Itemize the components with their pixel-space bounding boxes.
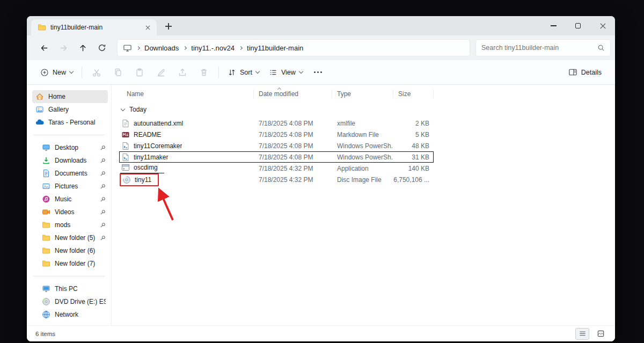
up-button[interactable] bbox=[73, 39, 92, 56]
file-name: tiny11 bbox=[135, 176, 151, 184]
minimize-button[interactable] bbox=[541, 16, 566, 35]
file-size: 6,750,106 ... bbox=[393, 176, 434, 184]
file-date: 7/18/2025 4:08 PM bbox=[253, 142, 332, 150]
sidebar-item-gallery[interactable]: Gallery bbox=[32, 103, 108, 116]
sort-icon bbox=[228, 68, 236, 77]
sidebar-item-desktop[interactable]: Desktop bbox=[32, 141, 108, 154]
file-name-cell: tiny11 bbox=[119, 176, 253, 184]
sidebar-item-mods[interactable]: mods bbox=[32, 218, 108, 231]
details-button-label: Details bbox=[581, 69, 602, 76]
file-size: 31 KB bbox=[393, 154, 434, 161]
sidebar-item-new-folder-5[interactable]: New folder (5) bbox=[32, 231, 108, 244]
search-input[interactable] bbox=[481, 44, 597, 52]
share-button[interactable] bbox=[172, 63, 193, 82]
pictures-icon bbox=[42, 182, 50, 191]
breadcrumb: Downloads tiny11.-.nov24 tiny11builder-m… bbox=[117, 39, 470, 56]
column-header-name[interactable]: Name bbox=[119, 87, 253, 101]
sidebar-item-videos[interactable]: Videos bbox=[32, 206, 108, 218]
paste-button[interactable] bbox=[129, 63, 150, 82]
maximize-icon bbox=[575, 23, 581, 28]
sidebar-item-documents[interactable]: Documents bbox=[32, 167, 108, 180]
file-row-tiny11maker[interactable]: tiny11maker 7/18/2025 4:08 PM Windows Po… bbox=[119, 151, 434, 163]
sidebar-item-dvd-drive[interactable]: DVD Drive (E:) ESD-I bbox=[32, 295, 108, 308]
copy-button[interactable] bbox=[107, 63, 129, 82]
explorer-tab[interactable]: tiny11builder-main bbox=[31, 19, 157, 35]
close-button[interactable] bbox=[590, 16, 615, 35]
file-name-cell: oscdimg bbox=[119, 163, 253, 173]
file-type: Windows PowerSh... bbox=[332, 142, 393, 150]
more-options-button[interactable] bbox=[308, 63, 329, 82]
sidebar-item-this-pc[interactable]: This PC bbox=[32, 282, 108, 295]
delete-button[interactable] bbox=[193, 63, 215, 82]
file-row-autounattend[interactable]: autounattend.xml 7/18/2025 4:08 PM xmlfi… bbox=[119, 118, 434, 129]
powershell-file-icon bbox=[121, 142, 130, 150]
chevron-right-icon bbox=[136, 46, 140, 49]
sidebar-divider bbox=[33, 276, 105, 276]
music-icon bbox=[42, 195, 50, 203]
search-icon[interactable] bbox=[597, 44, 605, 52]
tab-close-icon[interactable] bbox=[143, 23, 152, 32]
address-bar: Downloads tiny11.-.nov24 tiny11builder-m… bbox=[27, 35, 615, 60]
pin-icon bbox=[100, 158, 106, 164]
pin-icon bbox=[100, 209, 106, 215]
view-button[interactable]: View bbox=[264, 64, 308, 81]
back-button[interactable] bbox=[34, 39, 54, 56]
forward-button[interactable] bbox=[54, 39, 73, 56]
breadcrumb-device[interactable] bbox=[123, 43, 132, 53]
new-button[interactable]: New bbox=[35, 64, 78, 81]
rename-button[interactable] bbox=[150, 63, 172, 82]
file-row-tiny11coremaker[interactable]: tiny11Coremaker 7/18/2025 4:08 PM Window… bbox=[119, 140, 434, 151]
sidebar-item-music[interactable]: Music bbox=[32, 193, 108, 206]
group-header-today[interactable]: Today bbox=[119, 103, 615, 116]
breadcrumb-item-current[interactable]: tiny11builder-main bbox=[247, 44, 303, 52]
network-globe-icon bbox=[42, 310, 50, 319]
home-icon bbox=[35, 92, 44, 101]
file-type: Markdown File bbox=[332, 131, 393, 138]
maximize-button[interactable] bbox=[566, 16, 590, 35]
column-header-date-modified[interactable]: Date modified bbox=[253, 87, 332, 101]
refresh-button[interactable] bbox=[92, 39, 112, 56]
sidebar-item-network[interactable]: Network bbox=[32, 308, 108, 321]
new-tab-button[interactable] bbox=[161, 19, 176, 34]
file-row-tiny11[interactable]: tiny11 7/18/2025 4:32 PM Disc Image File… bbox=[119, 174, 434, 185]
sidebar-item-onedrive[interactable]: Taras - Personal bbox=[32, 116, 108, 129]
file-name: tiny11maker bbox=[134, 154, 168, 161]
annotation-underline: oscdimg bbox=[120, 163, 164, 173]
file-row-readme[interactable]: README 7/18/2025 4:08 PM Markdown File 5… bbox=[119, 129, 434, 140]
column-label: Date modified bbox=[259, 90, 298, 98]
rename-icon bbox=[156, 68, 166, 77]
column-header-size[interactable]: Size bbox=[393, 87, 434, 101]
file-type: xmlfile bbox=[332, 120, 393, 127]
sidebar-item-downloads[interactable]: Downloads bbox=[32, 154, 108, 167]
file-list-pane: Name Date modified Type Size Today autou… bbox=[112, 85, 615, 325]
column-header-type[interactable]: Type bbox=[332, 87, 393, 101]
sort-button[interactable]: Sort bbox=[223, 64, 264, 81]
sidebar-item-home[interactable]: Home bbox=[32, 90, 108, 103]
tab-bar: tiny11builder-main bbox=[27, 16, 615, 35]
sidebar-item-new-folder-7[interactable]: New folder (7) bbox=[32, 257, 108, 270]
sidebar-item-label: Desktop bbox=[55, 144, 96, 151]
item-count: 6 items bbox=[35, 331, 55, 337]
sidebar-item-label: Documents bbox=[55, 170, 96, 177]
view-toggles bbox=[575, 328, 608, 340]
videos-icon bbox=[42, 208, 50, 216]
column-label: Type bbox=[337, 90, 351, 98]
details-view-toggle[interactable] bbox=[575, 328, 589, 340]
downloads-icon bbox=[42, 156, 50, 165]
sidebar-item-new-folder-6[interactable]: New folder (6) bbox=[32, 244, 108, 257]
cut-button[interactable] bbox=[86, 63, 107, 82]
breadcrumb-item-downloads[interactable]: Downloads bbox=[144, 44, 179, 52]
file-name-cell: README bbox=[119, 130, 253, 139]
file-row-oscdimg[interactable]: oscdimg 7/18/2025 4:32 PM Application 14… bbox=[119, 163, 434, 174]
sidebar-item-label: Gallery bbox=[48, 106, 106, 113]
sidebar-item-label: This PC bbox=[55, 285, 106, 293]
pin-icon bbox=[100, 222, 106, 228]
breadcrumb-item-nov24[interactable]: tiny11.-.nov24 bbox=[191, 44, 235, 52]
details-pane-button[interactable]: Details bbox=[564, 64, 606, 81]
list-view-icon bbox=[579, 330, 587, 338]
sidebar-item-pictures[interactable]: Pictures bbox=[32, 180, 108, 193]
large-icons-view-toggle[interactable] bbox=[594, 328, 608, 340]
sidebar-item-label: mods bbox=[55, 221, 96, 229]
folder-icon bbox=[42, 221, 50, 229]
this-pc-icon bbox=[123, 43, 132, 53]
